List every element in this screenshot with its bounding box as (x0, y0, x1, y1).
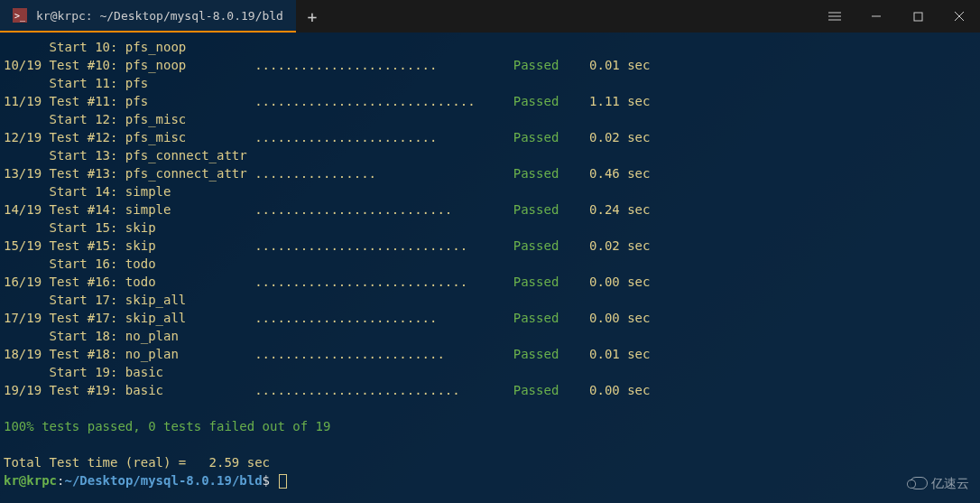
test-result-line: 17/19 Test #17: skip_all ...............… (4, 309, 980, 327)
window-controls (814, 0, 980, 33)
prompt-user: kr@krpc (4, 473, 57, 488)
hamburger-icon (828, 12, 841, 21)
test-start-line: Start 15: skip (4, 219, 980, 237)
maximize-icon (913, 12, 923, 22)
test-result-line: 16/19 Test #16: todo ...................… (4, 273, 980, 291)
test-result-line: 12/19 Test #12: pfs_misc ...............… (4, 128, 980, 146)
test-status: Passed (513, 130, 559, 144)
watermark: 亿速云 (910, 474, 969, 492)
summary-passed: 100% tests passed, 0 tests failed out of… (4, 417, 980, 435)
test-result-line: 19/19 Test #19: basic ..................… (4, 381, 980, 399)
test-status: Passed (513, 202, 559, 217)
prompt-dollar: $ (263, 473, 270, 488)
test-start-line: Start 16: todo (4, 255, 980, 273)
test-result-line: 13/19 Test #13: pfs_connect_attr .......… (4, 164, 980, 182)
test-result-line: 11/19 Test #11: pfs ....................… (4, 92, 980, 110)
test-start-line: Start 18: no_plan (4, 327, 980, 345)
test-status: Passed (513, 58, 559, 72)
maximize-button[interactable] (897, 0, 938, 33)
blank-line (4, 399, 980, 417)
minimize-icon (871, 11, 882, 22)
svg-rect-4 (914, 13, 922, 21)
blank-line (4, 435, 980, 453)
prompt-line: kr@krpc:~/Desktop/mysql-8.0.19/bld$ (4, 471, 980, 489)
cursor (279, 474, 287, 489)
test-start-line: Start 17: skip_all (4, 291, 980, 309)
test-start-line: Start 14: simple (4, 182, 980, 200)
terminal-icon: >_ (13, 8, 27, 23)
test-result-line: 18/19 Test #18: no_plan ................… (4, 345, 980, 363)
test-start-line: Start 11: pfs (4, 74, 980, 92)
minimize-button[interactable] (855, 0, 897, 33)
add-tab-button[interactable]: + (296, 0, 328, 33)
test-status: Passed (513, 347, 559, 361)
prompt-path: ~/Desktop/mysql-8.0.19/bld (64, 473, 262, 488)
tab-title: kr@krpc: ~/Desktop/mysql-8.0.19/bld (36, 9, 283, 23)
test-status: Passed (513, 311, 559, 325)
test-start-line: Start 13: pfs_connect_attr (4, 146, 980, 164)
test-status: Passed (513, 166, 559, 181)
close-button[interactable] (938, 0, 980, 33)
test-status: Passed (513, 238, 559, 253)
menu-button[interactable] (814, 0, 855, 33)
test-status: Passed (513, 275, 559, 289)
test-result-line: 10/19 Test #10: pfs_noop ...............… (4, 56, 980, 74)
summary-time: Total Test time (real) = 2.59 sec (4, 453, 980, 471)
test-status: Passed (513, 94, 559, 108)
test-start-line: Start 12: pfs_misc (4, 110, 980, 128)
titlebar: >_ kr@krpc: ~/Desktop/mysql-8.0.19/bld + (0, 0, 980, 33)
test-status: Passed (513, 383, 559, 397)
test-result-line: 15/19 Test #15: skip ...................… (4, 237, 980, 255)
test-result-line: 14/19 Test #14: simple .................… (4, 200, 980, 219)
watermark-text: 亿速云 (931, 474, 969, 492)
terminal-output[interactable]: Start 10: pfs_noop10/19 Test #10: pfs_no… (0, 33, 980, 503)
close-icon (954, 11, 965, 22)
test-start-line: Start 19: basic (4, 363, 980, 381)
cloud-icon (910, 477, 928, 489)
active-tab[interactable]: >_ kr@krpc: ~/Desktop/mysql-8.0.19/bld (0, 0, 296, 33)
test-start-line: Start 10: pfs_noop (4, 38, 980, 56)
